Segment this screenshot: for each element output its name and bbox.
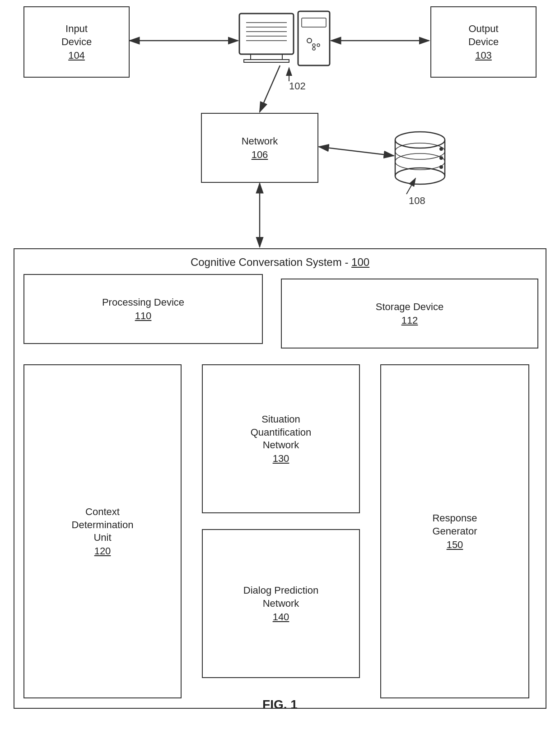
svg-point-23	[439, 156, 443, 160]
svg-line-27	[260, 65, 280, 112]
svg-rect-2	[239, 14, 294, 54]
ccs-box: Cognitive Conversation System - 100 Proc…	[14, 248, 546, 709]
svg-point-14	[317, 44, 320, 46]
ref-102: 102	[289, 80, 306, 92]
network-label: Network	[242, 135, 278, 148]
svg-point-15	[313, 47, 315, 50]
dialog-number: 140	[273, 611, 289, 623]
situation-label: Situation Quantification Network	[251, 413, 312, 452]
svg-point-16	[395, 132, 445, 148]
processing-label: Processing Device	[102, 296, 184, 309]
svg-point-24	[439, 165, 443, 169]
svg-line-29	[319, 147, 394, 156]
svg-rect-4	[244, 60, 289, 62]
input-device-number: 104	[68, 50, 85, 61]
storage-device-box: Storage Device 112	[281, 279, 538, 349]
network-box: Network 106	[201, 113, 318, 183]
input-device-box: Input Device 104	[23, 6, 130, 78]
response-number: 150	[447, 539, 463, 551]
response-label: Response Generator	[432, 512, 477, 538]
output-device-number: 103	[475, 50, 492, 61]
situation-number: 130	[273, 453, 289, 465]
svg-rect-11	[302, 18, 326, 27]
ccs-number: 100	[351, 256, 369, 268]
storage-label: Storage Device	[376, 301, 443, 314]
dialog-label: Dialog Prediction Network	[243, 584, 318, 610]
svg-point-22	[439, 147, 443, 151]
fig-caption: FIG. 1	[0, 697, 560, 712]
ref-108: 108	[409, 195, 425, 207]
svg-line-30	[406, 178, 415, 194]
svg-rect-10	[298, 11, 330, 65]
svg-point-13	[313, 44, 315, 46]
situation-box: Situation Quantification Network 130	[202, 364, 360, 513]
svg-point-20	[395, 143, 445, 159]
context-box: Context Determination Unit 120	[23, 364, 182, 698]
output-device-box: Output Device 103	[430, 6, 537, 78]
svg-point-12	[307, 38, 312, 43]
ccs-label: Cognitive Conversation System -	[191, 256, 351, 268]
svg-point-17	[395, 168, 445, 184]
output-device-label: Output Device	[468, 23, 499, 48]
processing-number: 110	[135, 310, 152, 322]
context-label: Context Determination Unit	[72, 506, 134, 544]
network-number: 106	[252, 149, 268, 161]
response-box: Response Generator 150	[380, 364, 529, 698]
svg-rect-3	[251, 54, 282, 60]
input-device-label: Input Device	[61, 23, 92, 48]
storage-number: 112	[401, 315, 418, 326]
dialog-box: Dialog Prediction Network 140	[202, 529, 360, 678]
context-number: 120	[94, 545, 111, 557]
svg-point-21	[395, 153, 445, 170]
diagram: Input Device 104 Output Device 103 102 N…	[0, 0, 560, 739]
processing-device-box: Processing Device 110	[23, 274, 263, 344]
